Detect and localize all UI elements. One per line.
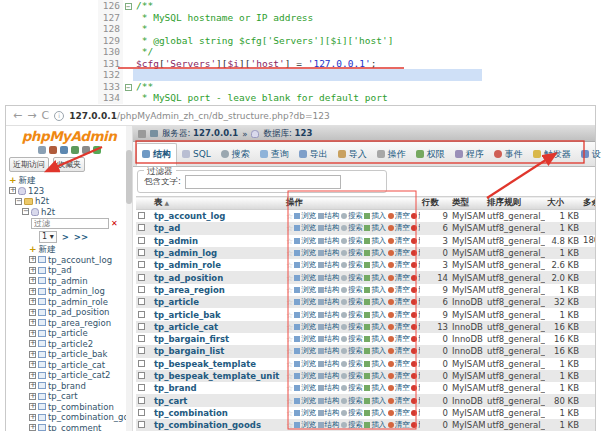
column-header[interactable]: 排序规则 (485, 197, 545, 210)
table-name-link[interactable]: tp_brand (154, 383, 197, 393)
action-drop-link[interactable]: 删除 (411, 383, 420, 393)
action-drop-link[interactable]: 删除 (411, 322, 420, 332)
action-browse-link[interactable]: 浏览 (294, 211, 315, 221)
action-browse-link[interactable]: 浏览 (294, 310, 315, 320)
logout-icon[interactable] (49, 146, 57, 154)
tree-database-h2t[interactable]: − h2t (9, 207, 132, 218)
action-empty-link[interactable]: 清空 (388, 260, 409, 270)
expand-icon[interactable]: + (29, 361, 36, 368)
tab-sql[interactable]: SQL (177, 145, 216, 163)
collapse-icon[interactable]: − (15, 198, 22, 205)
tab-import[interactable]: 导入 (333, 144, 372, 165)
last-page-link[interactable]: >> (74, 232, 88, 242)
favorite-star-icon[interactable]: ☆ (286, 224, 293, 233)
favorite-star-icon[interactable]: ☆ (286, 249, 293, 258)
action-structure-link[interactable]: 结构 (318, 408, 339, 418)
action-browse-link[interactable]: 浏览 (294, 371, 315, 381)
action-insert-link[interactable]: 插入 (364, 322, 385, 332)
column-header[interactable]: 行数 (420, 197, 450, 210)
expand-icon[interactable]: + (29, 330, 36, 337)
action-drop-link[interactable]: 删除 (411, 260, 420, 270)
tree-new-table[interactable]: + 新建 (9, 244, 132, 255)
row-checkbox[interactable] (138, 347, 145, 354)
action-drop-link[interactable]: 删除 (411, 236, 420, 246)
table-name-link[interactable]: tp_cart (154, 396, 187, 406)
action-browse-link[interactable]: 浏览 (294, 359, 315, 369)
action-structure-link[interactable]: 结构 (318, 334, 339, 344)
row-checkbox[interactable] (138, 237, 145, 244)
sidebar-table-item[interactable]: +tp_admin_log (9, 286, 132, 297)
action-empty-link[interactable]: 清空 (388, 346, 409, 356)
action-drop-link[interactable]: 删除 (411, 223, 420, 233)
action-structure-link[interactable]: 结构 (318, 260, 339, 270)
clear-filter-icon[interactable]: ✕ (111, 219, 118, 228)
favorite-star-icon[interactable]: ☆ (286, 237, 293, 246)
recent-tables-button[interactable]: 近期访问 (9, 157, 49, 172)
action-structure-link[interactable]: 结构 (318, 285, 339, 295)
action-search-link[interactable]: 搜索 (341, 359, 362, 369)
page-select[interactable]: 1 ▾ (39, 231, 57, 243)
row-checkbox[interactable] (138, 311, 145, 318)
action-empty-link[interactable]: 清空 (388, 223, 409, 233)
breadcrumb-server[interactable]: 服务器: 127.0.0.1 (162, 128, 238, 140)
action-structure-link[interactable]: 结构 (318, 273, 339, 283)
row-checkbox[interactable] (138, 360, 145, 367)
sidebar-table-item[interactable]: +tp_area_region (9, 318, 132, 329)
action-browse-link[interactable]: 浏览 (294, 396, 315, 406)
action-drop-link[interactable]: 删除 (411, 359, 420, 369)
console-icon[interactable] (138, 130, 146, 138)
table-name-link[interactable]: tp_area_region (154, 285, 225, 295)
table-name-link[interactable]: tp_ad (154, 223, 180, 233)
column-header[interactable]: 操作 (284, 197, 420, 210)
fold-collapse-icon[interactable]: − (125, 84, 132, 91)
code-editor[interactable]: 126−/**127 * MySQL hostname or IP addres… (98, 0, 482, 104)
action-drop-link[interactable]: 删除 (411, 346, 420, 356)
expand-icon[interactable]: + (29, 298, 36, 305)
sidebar-table-item[interactable]: +tp_cart (9, 391, 132, 402)
action-search-link[interactable]: 搜索 (341, 420, 362, 430)
action-empty-link[interactable]: 清空 (388, 396, 409, 406)
favorite-star-icon[interactable]: ☆ (286, 212, 293, 221)
row-checkbox[interactable] (138, 224, 145, 231)
next-page-link[interactable]: > (62, 232, 69, 242)
expand-icon[interactable]: + (29, 351, 36, 358)
row-checkbox[interactable] (138, 335, 145, 342)
column-header[interactable]: 多余 (581, 197, 595, 210)
action-search-link[interactable]: 搜索 (341, 223, 362, 233)
action-drop-link[interactable]: 删除 (411, 285, 420, 295)
action-drop-link[interactable]: 删除 (411, 211, 420, 221)
row-checkbox[interactable] (138, 212, 145, 219)
table-name-link[interactable]: tp_article_bak (154, 310, 221, 320)
action-structure-link[interactable]: 结构 (318, 236, 339, 246)
sidebar-scrollbar[interactable] (126, 126, 132, 431)
row-checkbox[interactable] (138, 261, 145, 268)
expand-icon[interactable]: + (29, 372, 36, 379)
action-empty-link[interactable]: 清空 (388, 322, 409, 332)
action-insert-link[interactable]: 插入 (364, 223, 385, 233)
sql-window-icon[interactable] (60, 146, 68, 154)
action-search-link[interactable]: 搜索 (341, 408, 362, 418)
tab-operations[interactable]: 操作 (372, 144, 411, 165)
action-search-link[interactable]: 搜索 (341, 260, 362, 270)
tree-group-h2t[interactable]: − h2t (9, 196, 132, 207)
action-search-link[interactable]: 搜索 (341, 285, 362, 295)
favorite-star-icon[interactable]: ☆ (286, 397, 293, 406)
action-drop-link[interactable]: 删除 (411, 420, 420, 430)
action-insert-link[interactable]: 插入 (364, 371, 385, 381)
favorite-star-icon[interactable]: ☆ (286, 274, 293, 283)
tab-designer[interactable]: 设计器 (576, 144, 601, 165)
row-checkbox[interactable] (138, 274, 145, 281)
action-search-link[interactable]: 搜索 (341, 346, 362, 356)
action-empty-link[interactable]: 清空 (388, 420, 409, 430)
sidebar-table-item[interactable]: +tp_article_cat (9, 360, 132, 371)
action-search-link[interactable]: 搜索 (341, 248, 362, 258)
favorite-star-icon[interactable]: ☆ (286, 311, 293, 320)
expand-icon[interactable]: + (29, 424, 36, 431)
action-insert-link[interactable]: 插入 (364, 211, 385, 221)
action-insert-link[interactable]: 插入 (364, 236, 385, 246)
row-checkbox[interactable] (138, 372, 145, 379)
action-insert-link[interactable]: 插入 (364, 408, 385, 418)
action-empty-link[interactable]: 清空 (388, 211, 409, 221)
action-empty-link[interactable]: 清空 (388, 285, 409, 295)
back-icon[interactable]: ← (13, 110, 22, 121)
